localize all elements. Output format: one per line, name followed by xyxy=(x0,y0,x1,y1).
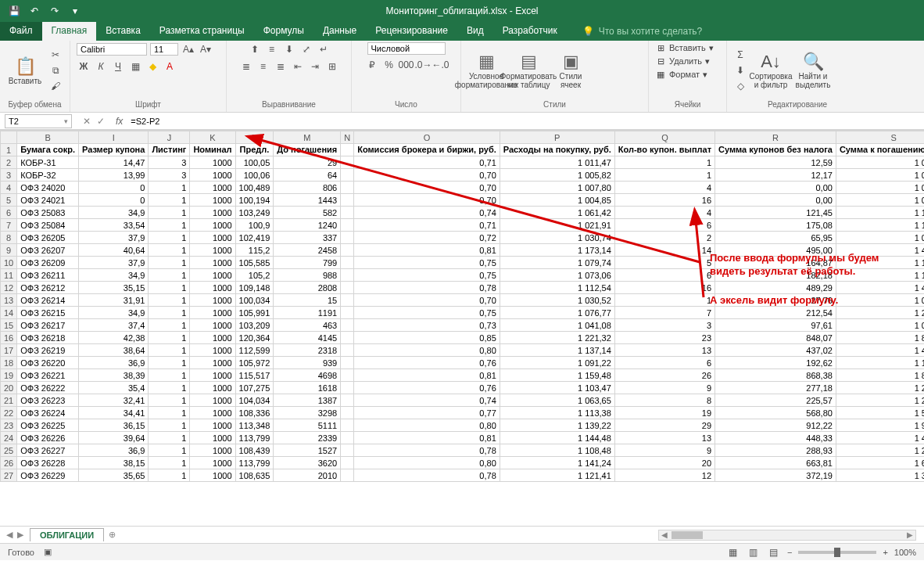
cell[interactable]: 1000 xyxy=(190,182,235,194)
cell[interactable]: 1 173,14 xyxy=(500,244,614,257)
cell[interactable]: 0,75 xyxy=(354,269,500,282)
cell[interactable]: ОФЗ 26212 xyxy=(17,282,79,294)
cell[interactable] xyxy=(341,432,354,444)
cell[interactable]: 1 288,93 xyxy=(836,444,924,457)
cell[interactable]: 36,15 xyxy=(78,419,148,432)
align-top-icon[interactable]: ⬆ xyxy=(248,42,262,56)
cell[interactable] xyxy=(341,332,354,344)
cell[interactable]: 1 097,61 xyxy=(836,319,924,332)
cell[interactable]: 9 xyxy=(614,444,714,457)
cell[interactable]: 1 000,00 xyxy=(836,194,924,207)
cell[interactable]: 36,9 xyxy=(78,444,148,457)
currency-icon[interactable]: ₽ xyxy=(365,58,379,72)
cell[interactable]: 0,70 xyxy=(354,182,500,194)
tab-view[interactable]: Вид xyxy=(457,22,493,41)
cell[interactable]: 582 xyxy=(274,207,341,219)
number-format-select[interactable] xyxy=(367,42,446,55)
cell[interactable]: 1000 xyxy=(190,244,235,257)
cell[interactable]: 113,348 xyxy=(235,419,274,432)
cell[interactable]: 0,75 xyxy=(354,307,500,319)
cell[interactable]: ОФЗ 26229 xyxy=(17,469,79,482)
cell[interactable] xyxy=(341,232,354,244)
cell[interactable]: 5 xyxy=(614,257,714,269)
cell[interactable]: 3 xyxy=(149,156,190,169)
font-name-input[interactable] xyxy=(77,43,147,56)
cell[interactable]: 32,41 xyxy=(78,394,148,407)
cell[interactable]: ОФЗ 26222 xyxy=(17,382,79,394)
cell[interactable]: 1 xyxy=(149,332,190,344)
cell[interactable]: 29 xyxy=(614,419,714,432)
cell[interactable]: 1 112,54 xyxy=(500,282,614,294)
cell[interactable]: 23 xyxy=(614,332,714,344)
col-header[interactable]: J xyxy=(149,131,190,144)
cell[interactable]: 0,00 xyxy=(715,182,836,194)
cell[interactable]: 1 007,80 xyxy=(500,182,614,194)
cell[interactable]: 1000 xyxy=(190,407,235,419)
table-header-cell[interactable]: До погашения xyxy=(274,144,341,156)
cell[interactable]: 939 xyxy=(274,357,341,369)
tab-insert[interactable]: Вставка xyxy=(96,22,150,41)
table-header-cell[interactable]: Предл. xyxy=(235,144,274,156)
table-header-cell[interactable]: Бумага сокр. xyxy=(17,144,79,156)
cell[interactable]: 3298 xyxy=(274,407,341,419)
sheet-prev-icon[interactable]: ◀ xyxy=(6,530,13,540)
cell[interactable]: 105,585 xyxy=(235,257,274,269)
cell[interactable] xyxy=(341,194,354,207)
cell[interactable]: 1240 xyxy=(274,219,341,232)
cell[interactable] xyxy=(341,369,354,382)
col-header[interactable]: R xyxy=(715,131,836,144)
cell[interactable]: 1000 xyxy=(190,357,235,369)
cell[interactable] xyxy=(341,457,354,469)
cell[interactable]: 105,2 xyxy=(235,269,274,282)
cell[interactable]: 42,38 xyxy=(78,332,148,344)
cell[interactable] xyxy=(341,169,354,182)
cell[interactable]: 1 xyxy=(149,419,190,432)
col-header[interactable]: P xyxy=(500,131,614,144)
formula-input[interactable]: =S2-P2 xyxy=(127,117,924,126)
cell[interactable]: 0 xyxy=(78,194,148,207)
zoom-out-icon[interactable]: − xyxy=(787,548,792,557)
cell[interactable]: 102,419 xyxy=(235,232,274,244)
cell[interactable]: 0,78 xyxy=(354,469,500,482)
cell[interactable]: 1000 xyxy=(190,369,235,382)
insert-cells-button[interactable]: ⊞Вставить▾ xyxy=(655,42,714,53)
cell[interactable]: 2808 xyxy=(274,282,341,294)
cell[interactable]: 0,81 xyxy=(354,369,500,382)
cell[interactable]: 192,62 xyxy=(715,357,836,369)
cell[interactable]: 1 000,00 xyxy=(836,182,924,194)
cell[interactable]: 1618 xyxy=(274,382,341,394)
cell[interactable]: 1000 xyxy=(190,444,235,457)
undo-icon[interactable]: ↶ xyxy=(27,3,42,19)
cell[interactable]: 663,81 xyxy=(715,457,836,469)
name-box[interactable]: T2 xyxy=(5,114,72,128)
cell[interactable]: 1191 xyxy=(274,307,341,319)
cell[interactable]: 1 663,81 xyxy=(836,457,924,469)
cell[interactable]: 97,61 xyxy=(715,319,836,332)
cell[interactable]: 37,9 xyxy=(78,232,148,244)
cell[interactable]: 1000 xyxy=(190,419,235,432)
cell[interactable]: 6 xyxy=(614,357,714,369)
cell[interactable]: 1 041,08 xyxy=(500,319,614,332)
cell[interactable]: 6 xyxy=(614,219,714,232)
table-header-cell[interactable]: Размер купона xyxy=(78,144,148,156)
cell[interactable]: 38,15 xyxy=(78,457,148,469)
cell[interactable] xyxy=(341,394,354,407)
cell[interactable]: ОФЗ 26217 xyxy=(17,319,79,332)
decrease-indent-icon[interactable]: ⇤ xyxy=(291,59,305,74)
cell[interactable]: 0,72 xyxy=(354,232,500,244)
decrease-decimal-icon[interactable]: ←.0 xyxy=(434,58,448,72)
cell[interactable]: 4 xyxy=(614,207,714,219)
zoom-in-icon[interactable]: + xyxy=(883,548,887,557)
cell[interactable]: 1443 xyxy=(274,194,341,207)
cell[interactable]: 0,74 xyxy=(354,207,500,219)
tab-home[interactable]: Главная xyxy=(42,22,97,41)
cut-icon[interactable]: ✂ xyxy=(48,48,63,62)
cell[interactable] xyxy=(341,244,354,257)
align-right-icon[interactable]: ≣ xyxy=(274,59,288,74)
cell[interactable]: 1 141,24 xyxy=(500,457,614,469)
cell[interactable]: 848,07 xyxy=(715,332,836,344)
cell[interactable]: 1 xyxy=(149,457,190,469)
cell[interactable]: 1 139,22 xyxy=(500,419,614,432)
cell[interactable] xyxy=(341,269,354,282)
border-icon[interactable]: ▦ xyxy=(128,59,142,74)
